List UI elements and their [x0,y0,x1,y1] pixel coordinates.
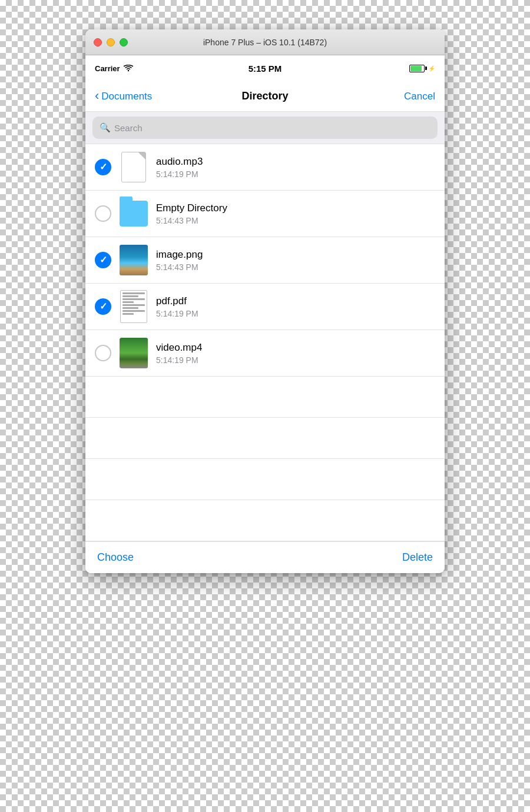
file-name: video.mp4 [156,342,435,354]
file-thumb-image [120,243,148,277]
file-time: 5:14:19 PM [156,309,435,318]
empty-row [85,459,445,500]
window-controls [94,38,128,46]
pdf-line [122,310,145,312]
choose-button[interactable]: Choose [97,551,134,564]
file-name: pdf.pdf [156,295,435,307]
list-item[interactable]: image.png 5:14:43 PM [85,237,445,284]
pdf-line [122,307,138,309]
doc-icon [121,152,146,182]
video-thumb [120,338,148,368]
pdf-thumb [120,290,147,323]
nav-title: Directory [241,90,288,102]
pdf-line [122,292,145,294]
file-time: 5:14:43 PM [156,216,435,225]
pool-image [120,245,148,275]
title-bar: iPhone 7 Plus – iOS 10.1 (14B72) [85,29,445,55]
status-right: ⚡ [409,65,435,72]
file-list: audio.mp3 5:14:19 PM Empty Directory 5:1… [85,144,445,541]
file-info-image: image.png 5:14:43 PM [156,249,435,272]
window-title: iPhone 7 Plus – iOS 10.1 (14B72) [203,38,327,47]
close-button[interactable] [94,38,102,46]
list-item[interactable]: pdf.pdf 5:14:19 PM [85,284,445,330]
battery-fill [410,66,422,71]
file-info-folder: Empty Directory 5:14:43 PM [156,202,435,225]
status-bar: Carrier 5:15 PM ⚡ [85,55,445,81]
back-label: Documents [101,91,152,102]
delete-button[interactable]: Delete [402,551,433,564]
checkbox-folder[interactable] [95,205,111,222]
file-info-audio: audio.mp3 5:14:19 PM [156,156,435,179]
file-thumb-video [120,336,148,370]
search-icon: 🔍 [100,122,111,133]
file-time: 5:14:19 PM [156,355,435,365]
file-thumb-audio [120,150,148,184]
carrier-label: Carrier [95,64,120,73]
status-carrier: Carrier [95,64,133,73]
checkbox-pdf[interactable] [95,298,111,315]
pdf-line [122,295,138,297]
file-name: audio.mp3 [156,156,435,168]
video-preview [120,338,148,368]
minimize-button[interactable] [107,38,115,46]
file-name: image.png [156,249,435,261]
file-thumb-pdf [120,289,148,324]
pdf-line [122,313,134,315]
search-input[interactable]: 🔍 Search [92,117,438,139]
ios-simulator-window: iPhone 7 Plus – iOS 10.1 (14B72) Carrier… [85,29,445,573]
image-thumb [120,245,148,275]
file-info-video: video.mp4 5:14:19 PM [156,342,435,365]
checkbox-image[interactable] [95,252,111,268]
pdf-line [122,301,134,303]
battery-icon [409,65,425,72]
pdf-line [122,298,145,300]
list-item[interactable]: audio.mp3 5:14:19 PM [85,144,445,191]
list-item[interactable]: video.mp4 5:14:19 PM [85,330,445,377]
empty-row [85,377,445,418]
file-thumb-folder [120,197,148,231]
list-item[interactable]: Empty Directory 5:14:43 PM [85,191,445,237]
file-time: 5:14:43 PM [156,262,435,272]
file-time: 5:14:19 PM [156,169,435,179]
navigation-bar: ‹ Documents Directory Cancel [85,81,445,112]
file-name: Empty Directory [156,202,435,214]
empty-row [85,500,445,541]
chevron-left-icon: ‹ [95,89,99,102]
pdf-line [122,304,145,306]
wifi-icon [124,65,133,72]
cancel-button[interactable]: Cancel [404,91,435,102]
checkbox-audio[interactable] [95,159,111,175]
empty-row [85,418,445,459]
search-bar: 🔍 Search [85,112,445,144]
status-time: 5:15 PM [249,64,282,74]
search-placeholder: Search [114,123,143,133]
folder-icon [120,201,148,227]
file-info-pdf: pdf.pdf 5:14:19 PM [156,295,435,318]
checkbox-video[interactable] [95,345,111,361]
bottom-toolbar: Choose Delete [85,541,445,573]
phone-screen: Carrier 5:15 PM ⚡ ‹ Docume [85,55,445,573]
back-button[interactable]: ‹ Documents [95,91,152,102]
maximize-button[interactable] [120,38,128,46]
bolt-icon: ⚡ [428,65,435,72]
